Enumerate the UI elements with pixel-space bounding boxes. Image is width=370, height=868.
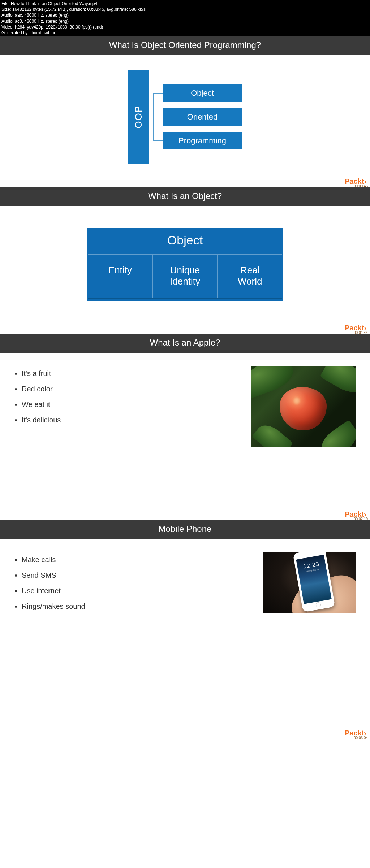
list-item: Use internet xyxy=(22,587,249,595)
slide1-title: What Is Object Oriented Programming? xyxy=(0,36,370,55)
slide3-body: It's a fruit Red color We eat it It's de… xyxy=(0,353,370,472)
meta-video: Video: h264, yuv420p, 1920x1080, 30.00 f… xyxy=(1,24,369,30)
slide3-title: What Is an Apple? xyxy=(0,334,370,353)
slide4-timestamp: 00:03:04 xyxy=(354,736,368,739)
slide1-body: OOP Object Oriented Programming xyxy=(0,55,370,179)
slide2-timestamp: 00:01:44 xyxy=(354,331,368,335)
meta-audio2: Audio: ac3, 48000 Hz, stereo (eng) xyxy=(1,18,369,24)
slide4-body: Make calls Send SMS Use internet Rings/m… xyxy=(0,539,370,658)
apple-bullet-list: It's a fruit Red color We eat it It's de… xyxy=(14,366,236,447)
oop-box-oriented: Oriented xyxy=(163,108,242,126)
file-metadata-header: File: How to Think in an Object Oriented… xyxy=(0,0,370,36)
list-item: Rings/makes sound xyxy=(22,602,249,611)
connector-lines-icon xyxy=(149,84,163,149)
phone-home-button-icon xyxy=(315,602,321,608)
oop-vertical-text: OOP xyxy=(133,105,144,129)
meta-audio1: Audio: aac, 48000 Hz, stereo (eng) xyxy=(1,12,369,18)
slide4-footer: Packt› 00:03:04 xyxy=(0,730,370,739)
slide2-title: What Is an Object? xyxy=(0,187,370,206)
slide2-footer: Packt› 00:01:44 xyxy=(0,325,370,334)
list-item: We eat it xyxy=(22,400,236,409)
object-diagram: Object Entity Unique Identity Real World xyxy=(87,228,283,301)
oop-vertical-bar: OOP xyxy=(128,70,149,164)
slide1-footer: Packt› 00:00:45 xyxy=(0,179,370,187)
meta-file: File: How to Think in an Object Oriented… xyxy=(1,1,369,6)
slide3-footer: Packt› 00:02:19 xyxy=(0,512,370,520)
object-diagram-header: Object xyxy=(88,228,282,255)
list-item: Red color xyxy=(22,385,236,393)
object-cell-entity: Entity xyxy=(88,255,153,297)
list-item: It's a fruit xyxy=(22,369,236,378)
object-diagram-base xyxy=(88,298,282,301)
list-item: Send SMS xyxy=(22,571,249,580)
list-item: Make calls xyxy=(22,556,249,564)
oop-box-programming: Programming xyxy=(163,132,242,149)
object-cell-realworld: Real World xyxy=(218,255,282,297)
slide3-timestamp: 00:02:19 xyxy=(354,517,368,521)
slide2-body: Object Entity Unique Identity Real World xyxy=(0,206,370,325)
apple-image xyxy=(251,366,356,447)
slide4-title: Mobile Phone xyxy=(0,520,370,539)
phone-bullet-list: Make calls Send SMS Use internet Rings/m… xyxy=(14,552,249,618)
meta-size: Size: 16482182 bytes (15.72 MiB), durati… xyxy=(1,6,369,12)
object-cell-identity: Unique Identity xyxy=(153,255,218,297)
slide1-timestamp: 00:00:45 xyxy=(354,184,368,188)
meta-generator: Generated by Thumbnail me xyxy=(1,30,369,36)
phone-image: 12:23 Monday, July 28 xyxy=(263,552,356,613)
oop-box-object: Object xyxy=(163,84,242,102)
list-item: It's delicious xyxy=(22,416,236,424)
